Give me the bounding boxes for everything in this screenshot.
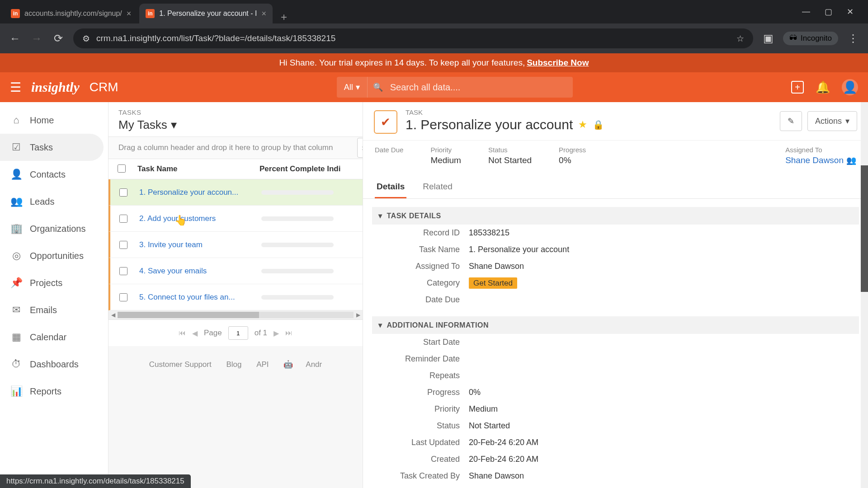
tab-details[interactable]: Details: [375, 176, 406, 198]
subscribe-link[interactable]: Subscribe Now: [527, 58, 589, 68]
kv-value: 20-Feb-24 6:20 AM: [469, 438, 538, 447]
nav-calendar[interactable]: ▦Calendar: [0, 324, 108, 351]
task-link[interactable]: 4. Save your emails: [139, 267, 207, 275]
nav-projects[interactable]: 📌Projects: [0, 269, 108, 296]
footer-android[interactable]: Andr: [306, 360, 322, 369]
url-input[interactable]: ⚙ crm.na1.insightly.com/list/Task/?blade…: [73, 28, 753, 48]
nav-leads[interactable]: 👥Leads: [0, 188, 108, 215]
close-icon[interactable]: ×: [127, 9, 132, 19]
close-window-icon[interactable]: ✕: [847, 7, 854, 17]
summary-value: Medium: [430, 155, 461, 165]
vertical-scrollbar[interactable]: [861, 102, 868, 488]
row-checkbox[interactable]: [119, 267, 127, 275]
logo[interactable]: insightly: [31, 80, 80, 95]
column-percent-complete[interactable]: Percent Complete Indi: [257, 164, 363, 174]
section-header[interactable]: ▾ADDITIONAL INFORMATION: [372, 316, 859, 334]
list-title-dropdown[interactable]: My Tasks▾: [118, 118, 353, 132]
nav-reports[interactable]: 📊Reports: [0, 378, 108, 405]
nav-label: Home: [30, 115, 54, 126]
add-icon[interactable]: +: [791, 81, 804, 94]
nav-label: Organizations: [30, 224, 85, 234]
select-all-checkbox[interactable]: [118, 164, 126, 173]
kv-label: Date Due: [378, 295, 469, 305]
incognito-badge[interactable]: 🕶 Incognito: [783, 32, 838, 45]
task-row[interactable]: 3. Invite your team: [108, 232, 363, 258]
edit-button[interactable]: ✎: [780, 111, 802, 131]
footer-blog[interactable]: Blog: [226, 360, 241, 369]
module-name: CRM: [90, 80, 118, 94]
bookmark-icon[interactable]: ☆: [736, 33, 744, 44]
summary-value[interactable]: Shane Dawson👥: [785, 155, 856, 165]
minimize-icon[interactable]: —: [802, 7, 810, 17]
scroll-right-icon[interactable]: ▶: [354, 312, 363, 318]
scroll-thumb[interactable]: [861, 165, 868, 292]
list-crumb: TASKS: [118, 108, 353, 116]
task-row[interactable]: 4. Save your emails: [108, 258, 363, 284]
row-checkbox[interactable]: [119, 241, 127, 249]
nav-home[interactable]: ⌂Home: [0, 107, 108, 134]
tab-title: 1. Personalize your account - I: [159, 9, 257, 18]
site-settings-icon[interactable]: ⚙: [82, 33, 90, 44]
task-row[interactable]: 1. Personalize your accoun...: [108, 179, 363, 206]
prev-page-button[interactable]: ◀: [192, 329, 198, 338]
browser-tab-0[interactable]: in accounts.insightly.com/signup/ ×: [5, 4, 137, 23]
group-hint-text: Drag a column header and drop it here to…: [118, 143, 333, 152]
first-page-button[interactable]: ⏮: [179, 329, 186, 337]
scroll-track[interactable]: [118, 312, 354, 318]
section-title: ADDITIONAL INFORMATION: [387, 321, 489, 329]
row-checkbox[interactable]: [119, 293, 127, 301]
horizontal-scrollbar[interactable]: ◀ ▶: [108, 310, 363, 319]
reload-button[interactable]: ⟳: [52, 32, 65, 45]
browser-menu-icon[interactable]: ⋮: [846, 32, 860, 45]
close-icon[interactable]: ×: [261, 9, 266, 19]
back-button[interactable]: ←: [8, 32, 22, 45]
actions-dropdown[interactable]: Actions▾: [807, 111, 857, 131]
global-search: All ▾ 🔍: [337, 77, 573, 98]
task-row[interactable]: 5. Connect to your files an...: [108, 284, 363, 310]
scroll-thumb[interactable]: [118, 312, 259, 318]
scroll-left-icon[interactable]: ◀: [108, 312, 118, 318]
nav-opportunities[interactable]: ◎Opportunities: [0, 242, 108, 269]
group-drop-zone[interactable]: Drag a column header and drop it here to…: [108, 136, 363, 159]
task-row[interactable]: 2. Add your customers: [108, 206, 363, 232]
task-link[interactable]: 2. Add your customers: [139, 214, 216, 223]
section-additional-info: ▾ADDITIONAL INFORMATION Start Date Remin…: [372, 316, 859, 488]
forward-button[interactable]: →: [30, 32, 43, 45]
side-panel-icon[interactable]: ▣: [761, 32, 775, 45]
search-scope-dropdown[interactable]: All ▾: [337, 77, 368, 98]
lock-icon[interactable]: 🔒: [593, 119, 604, 130]
section-header[interactable]: ▾TASK DETAILS: [372, 207, 859, 225]
footer-support[interactable]: Customer Support: [149, 360, 212, 369]
category-badge: Get Started: [469, 277, 517, 289]
summary-label: Priority: [430, 146, 461, 154]
next-page-button[interactable]: ▶: [274, 329, 279, 338]
nav-label: Calendar: [30, 332, 66, 343]
nav-dashboards[interactable]: ⏱Dashboards: [0, 351, 108, 378]
notifications-icon[interactable]: 🔔: [816, 80, 830, 94]
tab-related[interactable]: Related: [421, 176, 454, 198]
summary-label: Assigned To: [785, 146, 856, 154]
footer-api[interactable]: API: [256, 360, 269, 369]
nav-organizations[interactable]: 🏢Organizations: [0, 215, 108, 242]
row-checkbox[interactable]: [119, 215, 127, 223]
assign-icon[interactable]: 👥: [846, 156, 856, 165]
task-link[interactable]: 1. Personalize your accoun...: [139, 188, 238, 197]
column-task-name[interactable]: Task Name: [135, 164, 257, 174]
nav-tasks[interactable]: ☑Tasks: [0, 134, 104, 161]
star-icon[interactable]: ★: [578, 119, 587, 131]
page-input[interactable]: [228, 326, 248, 340]
new-tab-button[interactable]: +: [274, 11, 293, 23]
nav-contacts[interactable]: 👤Contacts: [0, 161, 108, 188]
profile-icon[interactable]: 👤: [842, 79, 858, 95]
task-link[interactable]: 3. Invite your team: [139, 240, 203, 249]
nav-emails[interactable]: ✉Emails: [0, 296, 108, 324]
search-input[interactable]: [383, 82, 573, 93]
row-checkbox[interactable]: [119, 188, 127, 197]
task-link[interactable]: 5. Connect to your files an...: [139, 293, 235, 301]
last-page-button[interactable]: ⏭: [285, 329, 292, 337]
maximize-icon[interactable]: ▢: [825, 7, 832, 17]
browser-tab-1[interactable]: in 1. Personalize your account - I ×: [139, 4, 273, 23]
kv-value: 185338215: [469, 228, 509, 238]
menu-icon[interactable]: ☰: [10, 80, 21, 95]
progress-bar: [261, 295, 334, 300]
